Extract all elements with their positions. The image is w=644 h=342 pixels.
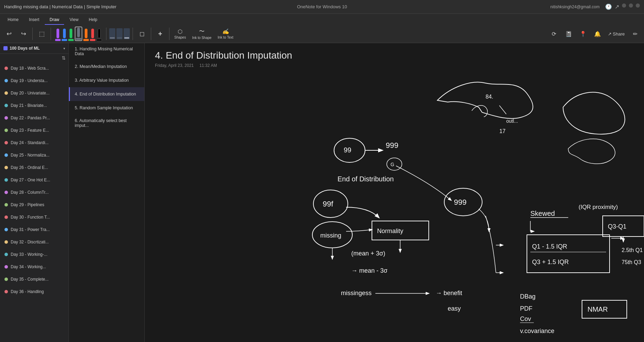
highlighter-dark[interactable]: [116, 28, 123, 39]
pen-mode-icon[interactable]: ✏: [629, 26, 641, 41]
sidebar-item-10[interactable]: Day 28 - ColumnTr...: [0, 186, 69, 199]
tab-home[interactable]: Home: [3, 15, 23, 25]
sub-item-5[interactable]: 6. Automatically select best imput...: [69, 115, 144, 131]
sidebar-dot-0: [4, 67, 8, 70]
sidebar-item-16[interactable]: Day 34 - Working...: [0, 261, 69, 273]
sidebar-label-8: Day 26 - Ordinal E...: [11, 165, 48, 170]
close-btn[interactable]: [636, 3, 640, 8]
notebook-title: 100 Days of ML: [10, 46, 61, 51]
tab-insert[interactable]: Insert: [24, 15, 44, 25]
sidebar-item-13[interactable]: Day 31 - Power Tra...: [0, 223, 69, 236]
ribbon-tabs: Home Insert Draw View Help: [0, 14, 644, 25]
sort-icon[interactable]: ⇅: [62, 55, 66, 61]
pen-green[interactable]: [68, 29, 74, 41]
center-title: OneNote for Windows 10: [297, 4, 347, 9]
highlighter-gray[interactable]: [109, 28, 115, 39]
sub-item-4[interactable]: 5. Random Sample Imputation: [69, 101, 144, 115]
clock-icon[interactable]: 🕐: [605, 3, 612, 10]
tab-view[interactable]: View: [65, 15, 83, 25]
svg-rect-29: [527, 235, 610, 273]
svg-text:Q1 - 1.5 IQR: Q1 - 1.5 IQR: [532, 243, 567, 250]
toolbar-pin-icon[interactable]: 📍: [577, 26, 589, 41]
pen-blue[interactable]: [62, 29, 67, 41]
divider-6: [169, 28, 169, 40]
svg-text:(IQR proximity): (IQR proximity): [579, 204, 618, 210]
sidebar-item-9[interactable]: Day 27 - One Hot E...: [0, 174, 69, 186]
ink-to-text-button[interactable]: ✍ Ink to Text: [216, 26, 235, 41]
highlighter-light[interactable]: [124, 28, 130, 39]
sidebar-item-14[interactable]: Day 32 - Discrtizati...: [0, 236, 69, 248]
sidebar-item-2[interactable]: Day 20 - Univariate...: [0, 87, 69, 99]
ink-to-shape-button[interactable]: 〜 Ink to Shape: [190, 26, 214, 41]
shapes-button[interactable]: ⬡ Shapes: [172, 26, 188, 41]
user-email: nitishksingh24@gmail.com: [550, 4, 600, 9]
sidebar-item-17[interactable]: Day 35 - Complete...: [0, 273, 69, 285]
ink-to-shape-label: Ink to Shape: [192, 36, 211, 40]
plus-icon: +: [158, 30, 162, 38]
add-button[interactable]: +: [154, 26, 166, 41]
sub-item-1[interactable]: 2. Mean/Median Imputation: [69, 60, 144, 73]
sidebar-item-12[interactable]: Day 30 - Function T...: [0, 211, 69, 223]
sidebar-dot-18: [4, 290, 8, 293]
sidebar-item-1[interactable]: Day 19 - Understa...: [0, 74, 69, 87]
pen-black[interactable]: [96, 29, 102, 41]
divider-5: [151, 28, 151, 40]
lasso-button[interactable]: ⬚: [35, 26, 48, 41]
sidebar-dot-12: [4, 215, 8, 219]
svg-line-1: [499, 105, 506, 114]
sidebar-label-3: Day 21 - Bivariate...: [11, 103, 47, 108]
sidebar-dot-13: [4, 228, 8, 231]
sidebar-item-15[interactable]: Day 33 - Working-...: [0, 248, 69, 261]
share-button[interactable]: ↗ Share: [606, 26, 627, 41]
sidebar-item-18[interactable]: Day 36 - Handling: [0, 285, 69, 298]
redo-button[interactable]: ↪: [17, 26, 30, 41]
sidebar-item-4[interactable]: Day 22 - Pandas Pr...: [0, 112, 69, 124]
pen-orange[interactable]: [83, 29, 89, 41]
pen-selected[interactable]: [75, 27, 82, 41]
sidebar-item-8[interactable]: Day 26 - Ordinal E...: [0, 161, 69, 174]
sub-item-3[interactable]: 4. End of Distribution Imputation: [69, 87, 144, 101]
minimize-btn[interactable]: [622, 3, 626, 8]
svg-text:PDF: PDF: [520, 305, 532, 312]
undo-button[interactable]: ↩: [3, 26, 15, 41]
tab-help[interactable]: Help: [84, 15, 102, 25]
sidebar-item-0[interactable]: Day 18 - Web Scra...: [0, 62, 69, 74]
toolbar-bell-icon[interactable]: 🔔: [591, 26, 604, 41]
svg-point-8: [387, 158, 402, 170]
sub-item-0[interactable]: 1. Handling Missing Numerical Data: [69, 43, 144, 60]
divider-3: [106, 28, 106, 40]
svg-text:easy: easy: [448, 305, 461, 312]
drawing-canvas[interactable]: 84. outl... 17 99 999 G End of: [155, 73, 644, 342]
pen-purple[interactable]: [55, 29, 61, 41]
sidebar-item-11[interactable]: Day 29 - Pipelines: [0, 199, 69, 211]
sidebar-label-4: Day 22 - Pandas Pr...: [11, 115, 50, 120]
toolbar-notebook-icon[interactable]: 📓: [562, 26, 575, 41]
share-icon[interactable]: ↗: [615, 3, 619, 10]
svg-text:Skewed: Skewed: [530, 210, 555, 217]
sidebar-item-6[interactable]: Day 24 - Standardi...: [0, 137, 69, 149]
sidebar-item-3[interactable]: Day 21 - Bivariate...: [0, 99, 69, 112]
app-title: Handling missing data | Numerical Data |…: [4, 4, 116, 9]
sidebar-label-10: Day 28 - ColumnTr...: [11, 190, 49, 195]
svg-text:Q3 + 1.5 IQR: Q3 + 1.5 IQR: [532, 259, 569, 265]
sidebar: 100 Days of ML ▾ ⇅ Day 18 - Web Scra... …: [0, 43, 69, 342]
sidebar-label-6: Day 24 - Standardi...: [11, 140, 49, 145]
eraser-button[interactable]: ◻: [136, 26, 148, 41]
sidebar-dot-3: [4, 104, 8, 107]
maximize-btn[interactable]: [629, 3, 633, 8]
sidebar-dot-4: [4, 116, 8, 120]
title-bar: Handling missing data | Numerical Data |…: [0, 0, 644, 14]
sub-item-label-2: 3. Arbitrary Value Imputation: [75, 78, 129, 83]
sidebar-label-0: Day 18 - Web Scra...: [11, 66, 49, 71]
pen-red[interactable]: [90, 29, 95, 41]
toolbar-sync-icon[interactable]: ⟳: [548, 26, 560, 41]
sidebar-item-7[interactable]: Day 25 - Normaliza...: [0, 149, 69, 161]
sidebar-item-5[interactable]: Day 23 - Feature E...: [0, 124, 69, 137]
sidebar-dot-10: [4, 191, 8, 194]
sidebar-dot-5: [4, 129, 8, 132]
tab-draw[interactable]: Draw: [45, 15, 64, 25]
sub-item-2[interactable]: 3. Arbitrary Value Imputation: [69, 73, 144, 87]
notebook-header[interactable]: 100 Days of ML ▾: [0, 43, 69, 54]
svg-text:DBag: DBag: [520, 293, 536, 300]
sidebar-label-13: Day 31 - Power Tra...: [11, 227, 50, 232]
